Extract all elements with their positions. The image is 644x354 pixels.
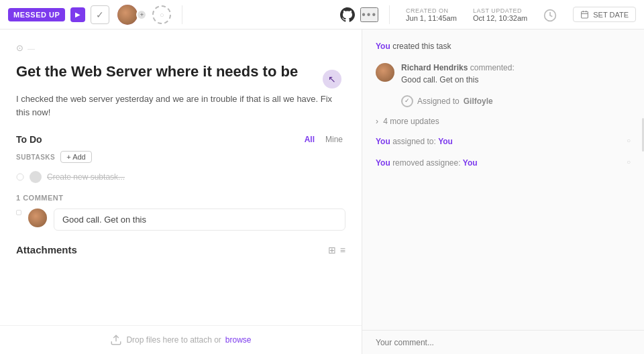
set-date-button[interactable]: SET DATE bbox=[573, 7, 636, 22]
tag-placeholder: — bbox=[28, 44, 35, 52]
subtask-drag-icon bbox=[16, 173, 24, 181]
check-button[interactable]: ✓ bbox=[91, 5, 109, 24]
more-options-button[interactable]: ••• bbox=[360, 7, 378, 22]
status-badge: MESSED UP bbox=[8, 8, 65, 21]
scrollbar-track[interactable] bbox=[641, 30, 644, 324]
comment-input-container[interactable] bbox=[362, 330, 644, 354]
cursor-indicator: ↖ bbox=[323, 70, 341, 88]
todo-section-title: To Do bbox=[16, 134, 42, 145]
comment-count: 1 COMMENT bbox=[16, 194, 345, 202]
commenter-avatar bbox=[28, 209, 47, 227]
github-icon[interactable] bbox=[340, 7, 355, 22]
set-date-label: SET DATE bbox=[593, 11, 629, 19]
updated-value: Oct 12, 10:32am bbox=[473, 14, 527, 22]
activity-removed-assignee: You removed assignee: You ○ bbox=[376, 157, 631, 169]
svg-rect-1 bbox=[582, 11, 588, 18]
commenter-name: Richard Hendriks bbox=[401, 63, 468, 72]
drop-text: Drop files here to attach or bbox=[126, 335, 221, 345]
assigned-person: Gilfoyle bbox=[464, 95, 493, 107]
drop-zone[interactable]: Drop files here to attach or browse bbox=[0, 325, 362, 354]
activity-comment: Richard Hendriks commented: Good call. G… bbox=[376, 62, 631, 86]
activity-you: You bbox=[376, 42, 390, 51]
activity-assigned: ✓ Assigned to Gilfoyle bbox=[401, 95, 631, 107]
grid-view-button[interactable]: ⊞ bbox=[328, 245, 336, 255]
chevron-right-icon: › bbox=[376, 117, 378, 126]
comment-checkbox[interactable] bbox=[16, 210, 21, 215]
upload-icon bbox=[110, 334, 122, 346]
activity-comment-text: Good call. Get on this bbox=[401, 74, 515, 86]
avatar-placeholder[interactable]: ○ bbox=[152, 5, 171, 24]
arrow-button[interactable]: ▶ bbox=[70, 7, 85, 22]
created-value: Jun 1, 11:45am bbox=[406, 14, 457, 22]
subtask-avatar-small bbox=[30, 171, 42, 183]
task-detail-panel: ↖ ⊙ — Get the Web Server where it needs … bbox=[0, 30, 362, 354]
create-subtask-placeholder[interactable]: Create new subtask... bbox=[47, 172, 125, 182]
task-description[interactable]: I checked the web server yesterday and w… bbox=[16, 93, 345, 121]
filter-mine-button[interactable]: Mine bbox=[323, 133, 345, 145]
activity-panel: You created this task Richard Hendriks c… bbox=[362, 30, 644, 354]
avatar-add[interactable]: + bbox=[136, 9, 147, 20]
add-subtask-button[interactable]: + Add bbox=[60, 151, 91, 163]
browse-link[interactable]: browse bbox=[225, 335, 252, 345]
tag-icon: ⊙ bbox=[16, 43, 23, 53]
assigned-check-icon: ✓ bbox=[401, 95, 413, 107]
avatar bbox=[117, 5, 138, 25]
updated-label: LAST UPDATED bbox=[473, 7, 527, 14]
more-updates[interactable]: › 4 more updates bbox=[376, 117, 631, 126]
list-view-button[interactable]: ≡ bbox=[340, 245, 345, 255]
comment-action: commented: bbox=[470, 63, 515, 72]
comment-text: Good call. Get on this bbox=[54, 209, 345, 231]
clock-icon bbox=[543, 9, 557, 22]
attachments-title: Attachments bbox=[16, 244, 77, 255]
created-label: CREATED ON bbox=[406, 7, 457, 14]
comment-item: Good call. Get on this bbox=[16, 209, 345, 231]
activity-commenter-avatar bbox=[376, 63, 394, 82]
calendar-icon bbox=[580, 10, 589, 19]
svg-point-5 bbox=[17, 174, 23, 180]
activity-assigned-you: You assigned to: You ○ bbox=[376, 135, 631, 148]
activity-created: You created this task bbox=[376, 40, 631, 52]
task-title[interactable]: Get the Web Server where it needs to be bbox=[16, 62, 345, 82]
comment-input[interactable] bbox=[376, 338, 631, 347]
subtasks-label: SUBTASKS bbox=[16, 154, 55, 161]
filter-all-button[interactable]: All bbox=[302, 133, 317, 145]
